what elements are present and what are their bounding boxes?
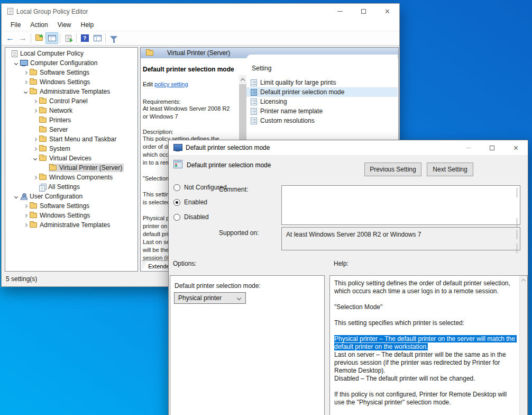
- edit-policy-setting-link[interactable]: policy setting: [154, 81, 188, 87]
- export-list-button[interactable]: [62, 32, 75, 44]
- radio-button-icon[interactable]: [173, 184, 180, 191]
- radio-enabled[interactable]: Enabled: [173, 199, 207, 206]
- tree-item-printers[interactable]: Printers: [5, 115, 137, 125]
- expander-slot[interactable]: [31, 100, 39, 103]
- gpedit-titlebar[interactable]: Local Group Policy Editor: [2, 4, 399, 19]
- scroll-up-icon[interactable]: [517, 188, 517, 198]
- up-level-button[interactable]: [33, 32, 45, 44]
- chevron-expanded-icon[interactable]: [14, 61, 17, 65]
- radio-not-configured[interactable]: Not Configured: [173, 184, 227, 191]
- next-setting-button[interactable]: Next Setting: [427, 163, 473, 176]
- supported-on-label: Supported on:: [219, 229, 259, 237]
- chevron-collapsed-icon[interactable]: [23, 213, 27, 217]
- scroll-up-icon[interactable]: [517, 230, 517, 240]
- chevron-collapsed-icon[interactable]: [23, 223, 27, 227]
- console-tree-button[interactable]: [45, 32, 58, 44]
- description-label: Description:: [143, 129, 237, 135]
- expander-slot[interactable]: [21, 71, 30, 74]
- tree-item-administrative-templates[interactable]: Administrative Templates: [5, 220, 137, 230]
- setting-label: Default printer selection mode: [260, 88, 344, 96]
- tree-item-network[interactable]: Network: [5, 106, 137, 115]
- radio-disabled[interactable]: Disabled: [173, 213, 209, 221]
- tree-item-label: User Configuration: [30, 193, 82, 200]
- menu-view[interactable]: View: [53, 20, 76, 30]
- dialog-close-button[interactable]: [504, 140, 528, 156]
- dialog-titlebar[interactable]: Default printer selection mode: [169, 140, 528, 156]
- policy-scroll-icon: [7, 8, 13, 15]
- tree-item-system[interactable]: System: [5, 144, 137, 154]
- setting-row-licensing[interactable]: Licensing: [246, 97, 398, 106]
- expander-slot[interactable]: [31, 148, 39, 150]
- chevron-collapsed-icon[interactable]: [33, 99, 36, 103]
- menu-action[interactable]: Action: [25, 20, 52, 30]
- tree-item-start-menu-and-taskbar[interactable]: Start Menu and Taskbar: [5, 134, 137, 144]
- expander-slot[interactable]: [31, 138, 39, 141]
- chevron-collapsed-icon[interactable]: [23, 80, 27, 84]
- chevron-expanded-icon[interactable]: [33, 156, 36, 160]
- expander-slot[interactable]: [12, 62, 20, 65]
- expander-slot[interactable]: [21, 81, 30, 84]
- tree-item-virtual-devices[interactable]: Virtual Devices: [5, 154, 137, 163]
- console-tree-icon: [48, 35, 56, 41]
- scroll-up-icon[interactable]: [521, 279, 526, 283]
- setting-column-header[interactable]: Setting: [252, 65, 271, 72]
- chevron-expanded-icon[interactable]: [14, 194, 17, 198]
- radio-button-icon[interactable]: [173, 214, 180, 221]
- tree-item-windows-components[interactable]: Windows Components: [5, 173, 137, 182]
- expander-slot[interactable]: [21, 214, 30, 217]
- expander-slot[interactable]: [12, 195, 20, 198]
- expander-slot[interactable]: [21, 224, 30, 227]
- chevron-collapsed-icon[interactable]: [33, 147, 36, 150]
- tree-item-label: Computer Configuration: [30, 59, 97, 67]
- scroll-down-icon[interactable]: [517, 244, 517, 254]
- menu-file[interactable]: File: [6, 20, 25, 30]
- tree-item-virtual-printer-server[interactable]: Virtual Printer (Server): [5, 163, 137, 173]
- tree-item-software-settings[interactable]: Software Settings: [5, 68, 137, 77]
- chevron-collapsed-icon[interactable]: [23, 204, 27, 208]
- help-button[interactable]: [78, 32, 91, 44]
- extended-view-button[interactable]: [91, 32, 104, 44]
- menu-help[interactable]: Help: [76, 20, 99, 30]
- policy-setting-icon: [251, 79, 257, 86]
- tree-item-local-computer-policy[interactable]: Local Computer Policy: [5, 49, 137, 58]
- chevron-collapsed-icon[interactable]: [33, 137, 36, 141]
- tree-item-computer-configuration[interactable]: Computer Configuration: [5, 58, 137, 68]
- tree-item-software-settings[interactable]: Software Settings: [5, 201, 137, 211]
- setting-row-default-printer-selection-mode[interactable]: Default printer selection mode: [246, 87, 398, 97]
- policy-setting-dialog: Default printer selection mode Default p…: [168, 140, 528, 415]
- tree-item-server[interactable]: Server: [5, 125, 137, 134]
- chevron-expanded-icon[interactable]: [23, 89, 27, 93]
- gpedit-minimize-button[interactable]: [328, 4, 352, 19]
- setting-row-limit-quality-for-large-prints[interactable]: Limit quality for large prints: [246, 78, 398, 87]
- expander-slot[interactable]: [31, 176, 39, 179]
- group-policy-monitor-icon: [173, 144, 182, 151]
- expander-slot[interactable]: [31, 110, 39, 112]
- expander-slot[interactable]: [31, 157, 39, 160]
- forward-button[interactable]: →: [16, 32, 29, 44]
- tree-item-control-panel[interactable]: Control Panel: [5, 96, 137, 106]
- scroll-up-icon[interactable]: [241, 78, 245, 83]
- tree-item-user-configuration[interactable]: User Configuration: [5, 192, 137, 201]
- chevron-collapsed-icon[interactable]: [33, 109, 36, 112]
- gpedit-maximize-button[interactable]: [352, 4, 375, 19]
- tree-item-all-settings[interactable]: All Settings: [5, 182, 137, 192]
- tree-item-windows-settings[interactable]: Windows Settings: [5, 211, 137, 220]
- back-button[interactable]: ←: [4, 32, 16, 44]
- radio-button-icon[interactable]: [173, 199, 180, 206]
- selection-mode-dropdown[interactable]: Physical printer: [174, 292, 246, 304]
- comment-textarea[interactable]: [281, 185, 520, 225]
- dialog-maximize-button[interactable]: [480, 140, 504, 156]
- expander-slot[interactable]: [21, 91, 30, 93]
- gpedit-close-button[interactable]: [375, 4, 399, 19]
- setting-row-printer-name-template[interactable]: Printer name template: [246, 106, 398, 116]
- tree-item-windows-settings[interactable]: Windows Settings: [5, 77, 137, 87]
- filter-button[interactable]: [107, 32, 120, 44]
- expander-slot[interactable]: [21, 205, 30, 208]
- help-scrollbar[interactable]: [519, 276, 527, 415]
- chevron-collapsed-icon[interactable]: [33, 175, 36, 179]
- dialog-minimize-button[interactable]: [456, 140, 480, 156]
- chevron-collapsed-icon[interactable]: [23, 70, 27, 74]
- tree-item-administrative-templates[interactable]: Administrative Templates: [5, 87, 137, 96]
- setting-row-custom-resolutions[interactable]: Custom resolutions: [246, 116, 398, 125]
- previous-setting-button[interactable]: Previous Setting: [364, 163, 421, 176]
